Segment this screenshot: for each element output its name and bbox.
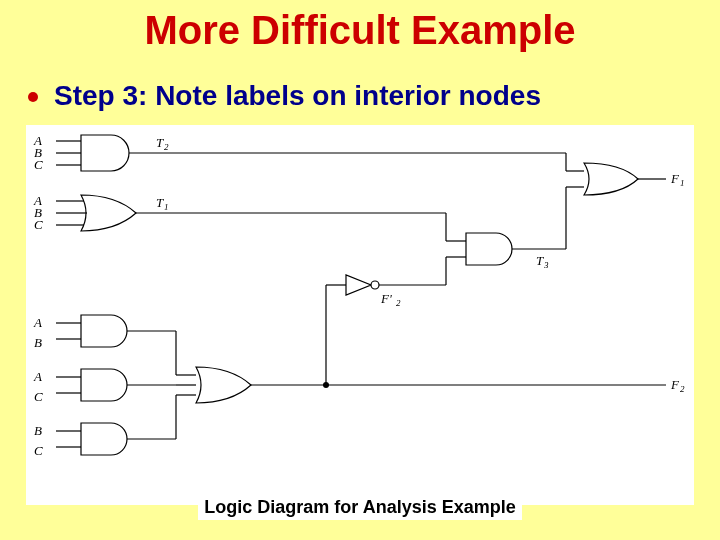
label-c5: C [34, 443, 43, 458]
label-f1-sub: 1 [680, 178, 685, 188]
bullet-text: Step 3: Note labels on interior nodes [54, 80, 541, 112]
label-f2-sub: 2 [680, 384, 685, 394]
slide-title: More Difficult Example [0, 8, 720, 53]
label-t3-sub: 3 [543, 260, 549, 270]
gate-or3-t1: A B C T 1 [33, 193, 186, 232]
diagram-svg: A B C T 2 A B C T 1 [26, 125, 694, 505]
label-t2: T [156, 135, 164, 150]
bullet-icon [28, 92, 38, 102]
label-b5: B [34, 423, 42, 438]
gate-and3-t2: A B C T 2 [33, 133, 186, 172]
gate-and2-t3: T 3 [466, 233, 566, 270]
label-c2: C [34, 217, 43, 232]
label-t2-sub: 2 [164, 142, 169, 152]
label-t3: T [536, 253, 544, 268]
label-f2: F [670, 377, 680, 392]
caption-wrap: Logic Diagram for Analysis Example [0, 495, 720, 520]
label-c: C [34, 157, 43, 172]
label-f2p: F' [380, 291, 392, 306]
diagram-caption: Logic Diagram for Analysis Example [198, 495, 521, 520]
gate-or2-f1: F 1 [584, 163, 685, 195]
label-a4: A [33, 369, 42, 384]
label-c4: C [34, 389, 43, 404]
label-b3: B [34, 335, 42, 350]
label-a3: A [33, 315, 42, 330]
label-t1-sub: 1 [164, 202, 169, 212]
bullet-row: Step 3: Note labels on interior nodes [28, 80, 541, 112]
label-f2p-sub: 2 [396, 298, 401, 308]
gate-not [346, 275, 379, 295]
logic-diagram: A B C T 2 A B C T 1 [26, 125, 694, 505]
label-f1: F [670, 171, 680, 186]
svg-point-26 [371, 281, 379, 289]
slide: More Difficult Example Step 3: Note labe… [0, 0, 720, 540]
gate-or3-f2 [196, 367, 326, 403]
gate-and2-bc: B C [34, 423, 176, 458]
gate-and2-ac: A C [33, 369, 176, 404]
gate-and2-ab: A B [33, 315, 176, 350]
label-t1: T [156, 195, 164, 210]
